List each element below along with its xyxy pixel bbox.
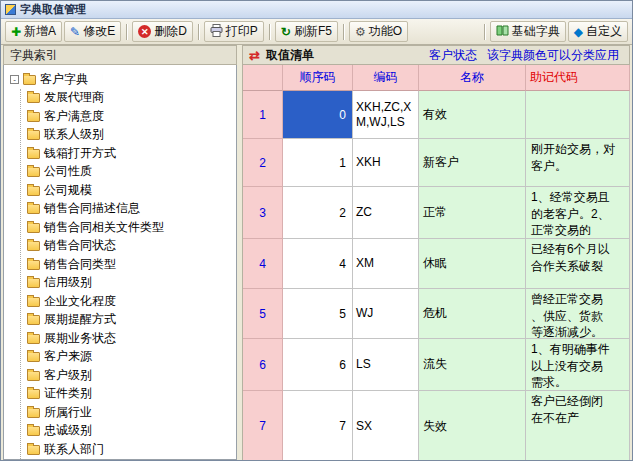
tree-item[interactable]: 客户来源 xyxy=(27,348,234,367)
tree-item[interactable]: 所属行业 xyxy=(27,403,234,422)
tree-item[interactable]: 信用级别 xyxy=(27,274,234,293)
tree-label: 销售合同类型 xyxy=(44,256,116,273)
dictionary-hint: 该字典颜色可以分类应用 xyxy=(487,47,619,64)
tree-item[interactable]: 联系人部门 xyxy=(27,440,234,459)
tree-item[interactable]: 客户满意度 xyxy=(27,107,234,126)
tree-item-root[interactable]: - 客户字典 xyxy=(10,70,234,89)
tree-label: 联系人级别 xyxy=(44,126,104,143)
code-cell[interactable]: LS xyxy=(353,339,419,391)
tree-label: 发展代理商 xyxy=(44,89,104,106)
name-cell[interactable]: 危机 xyxy=(419,289,526,339)
tree-item[interactable]: 客户级别 xyxy=(27,366,234,385)
value-grid: 顺序码 编码 名称 助记代码 1 0 XKH,ZC,XM,WJ,LS 有效 2 … xyxy=(242,65,630,460)
tree-item[interactable]: 联系人职务 xyxy=(27,459,234,461)
edit-button[interactable]: ✎ 修改E xyxy=(64,21,121,42)
code-cell[interactable]: XKH,ZC,XM,WJ,LS xyxy=(353,91,419,139)
delete-button[interactable]: ✕ 删除D xyxy=(132,21,193,42)
note-cell[interactable]: 曾经正常交易 、供应、货款 等逐渐减少。 xyxy=(526,289,630,339)
tree-label: 所属行业 xyxy=(44,404,92,421)
base-dictionary-label: 基础字典 xyxy=(512,23,560,40)
row-number-cell[interactable]: 1 xyxy=(243,91,283,139)
add-icon: ✚ xyxy=(11,26,21,38)
seq-cell[interactable]: 4 xyxy=(283,239,353,289)
add-button[interactable]: ✚ 新增A xyxy=(5,21,62,42)
note-cell[interactable] xyxy=(526,91,630,139)
row-number-cell[interactable]: 3 xyxy=(243,187,283,239)
print-button-label: 打印P xyxy=(226,23,258,40)
tree-item[interactable]: 展期提醒方式 xyxy=(27,311,234,330)
seq-cell[interactable]: 2 xyxy=(283,187,353,239)
tree-label: 信用级别 xyxy=(44,274,92,291)
tree-item[interactable]: 公司性质 xyxy=(27,163,234,182)
note-cell[interactable]: 刚开始交易，对 客户。 xyxy=(526,139,630,187)
row-number-cell[interactable]: 6 xyxy=(243,339,283,391)
row-number-cell[interactable]: 4 xyxy=(243,239,283,289)
code-cell[interactable]: XKH xyxy=(353,139,419,187)
tree-item[interactable]: 企业文化程度 xyxy=(27,292,234,311)
code-cell[interactable]: XM xyxy=(353,239,419,289)
tree-label: 展期提醒方式 xyxy=(44,311,116,328)
row-number-cell[interactable]: 5 xyxy=(243,289,283,339)
name-cell[interactable]: 新客户 xyxy=(419,139,526,187)
tree-item[interactable]: 公司规模 xyxy=(27,181,234,200)
tree-item[interactable]: 销售合同类型 xyxy=(27,255,234,274)
tree-label: 企业文化程度 xyxy=(44,293,116,310)
tree-item[interactable]: 发展代理商 xyxy=(27,89,234,108)
tree-label: 展期业务状态 xyxy=(44,330,116,347)
name-cell[interactable]: 有效 xyxy=(419,91,526,139)
toolbar: ✚ 新增A ✎ 修改E ✕ 删除D 打印P ↻ 刷新F5 ⚙ 功能O xyxy=(1,19,632,45)
folder-icon xyxy=(27,371,40,381)
collapse-icon[interactable]: - xyxy=(10,75,19,84)
tree-label: 客户满意度 xyxy=(44,108,104,125)
note-cell[interactable]: 1、经常交易且 的老客户。2、 正常交易的 xyxy=(526,187,630,239)
custom-button[interactable]: ◆ 自定义 xyxy=(568,21,628,42)
code-cell[interactable]: ZC xyxy=(353,187,419,239)
table-row: 6 6 LS 流失 1、有明确事件 以上没有交易 需求。 xyxy=(243,339,630,391)
folder-icon xyxy=(27,112,40,122)
dictionary-tree: - 客户字典 发展代理商 客户满意度 联系人级别 钱箱打开方式 公司性质 公司规… xyxy=(3,65,237,460)
table-row: 1 0 XKH,ZC,XM,WJ,LS 有效 xyxy=(243,91,630,139)
tree-label: 公司性质 xyxy=(44,163,92,180)
tree-item[interactable]: 忠诚级别 xyxy=(27,422,234,441)
code-cell[interactable]: WJ xyxy=(353,289,419,339)
note-cell[interactable]: 1、有明确事件 以上没有交易 需求。 xyxy=(526,339,630,391)
base-dictionary-button[interactable]: 基础字典 xyxy=(490,21,566,42)
tree-item[interactable]: 钱箱打开方式 xyxy=(27,144,234,163)
row-number-cell[interactable]: 7 xyxy=(243,391,283,460)
folder-icon xyxy=(27,352,40,362)
sidebar-header: 字典索引 xyxy=(3,45,237,65)
tree-children: 发展代理商 客户满意度 联系人级别 钱箱打开方式 公司性质 公司规模 销售合同描… xyxy=(20,89,234,461)
folder-icon xyxy=(27,297,40,307)
row-number-cell[interactable]: 2 xyxy=(243,139,283,187)
function-button[interactable]: ⚙ 功能O xyxy=(349,21,408,42)
tree-item[interactable]: 证件类别 xyxy=(27,385,234,404)
seq-cell-selected[interactable]: 0 xyxy=(283,91,353,139)
tree-item[interactable]: 销售合同描述信息 xyxy=(27,200,234,219)
value-list-header: ⇄ 取值清单 客户状态 该字典颜色可以分类应用 xyxy=(242,45,630,65)
dictionary-name: 客户状态 xyxy=(429,47,477,64)
name-cell[interactable]: 流失 xyxy=(419,339,526,391)
tree-item[interactable]: 销售合同状态 xyxy=(27,237,234,256)
name-cell[interactable]: 休眠 xyxy=(419,239,526,289)
tree-label: 证件类别 xyxy=(44,385,92,402)
delete-button-label: 删除D xyxy=(154,23,187,40)
seq-cell[interactable]: 1 xyxy=(283,139,353,187)
print-button[interactable]: 打印P xyxy=(204,21,264,42)
toolbar-separator xyxy=(198,24,199,40)
tree-item[interactable]: 销售合同相关文件类型 xyxy=(27,218,234,237)
code-cell[interactable]: SX xyxy=(353,391,419,460)
tree-item[interactable]: 展期业务状态 xyxy=(27,329,234,348)
toolbar-separator xyxy=(126,24,127,40)
seq-cell[interactable]: 6 xyxy=(283,339,353,391)
toolbar-separator xyxy=(484,24,485,40)
note-cell[interactable]: 已经有6个月以 合作关系破裂 xyxy=(526,239,630,289)
name-cell[interactable]: 正常 xyxy=(419,187,526,239)
tree-item[interactable]: 联系人级别 xyxy=(27,126,234,145)
refresh-button[interactable]: ↻ 刷新F5 xyxy=(275,21,338,42)
grid-header-row: 顺序码 编码 名称 助记代码 xyxy=(243,65,630,91)
dictionary-index-panel: 字典索引 - 客户字典 发展代理商 客户满意度 联系人级别 钱箱打开方式 公司性… xyxy=(3,45,237,460)
seq-cell[interactable]: 5 xyxy=(283,289,353,339)
name-cell[interactable]: 失效 xyxy=(419,391,526,460)
note-cell[interactable]: 客户已经倒闭 在不在产 xyxy=(526,391,630,460)
seq-cell[interactable]: 7 xyxy=(283,391,353,460)
